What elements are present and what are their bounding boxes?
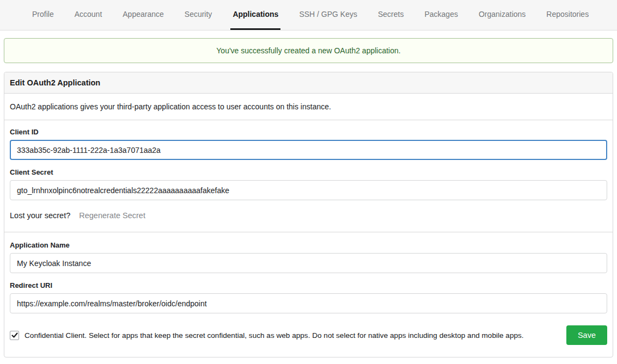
application-name-label: Application Name <box>10 241 607 249</box>
tab-organizations[interactable]: Organizations <box>477 0 528 30</box>
tab-security[interactable]: Security <box>182 0 215 30</box>
application-name-input[interactable] <box>10 253 607 273</box>
redirect-uri-input[interactable] <box>10 293 607 313</box>
client-id-field: Client ID <box>10 128 607 160</box>
confidential-client-checkbox[interactable] <box>10 331 19 340</box>
tab-packages[interactable]: Packages <box>422 0 460 30</box>
checkmark-icon <box>11 332 18 338</box>
client-id-input[interactable] <box>10 140 607 160</box>
client-secret-label: Client Secret <box>10 168 607 176</box>
client-secret-field: Client Secret <box>10 168 607 200</box>
oauth2-description: OAuth2 applications gives your third-par… <box>4 94 613 120</box>
confidential-client-label: Confidential Client. Select for apps tha… <box>25 331 524 340</box>
form-footer: Confidential Client. Select for apps tha… <box>10 325 607 345</box>
lost-secret-question: Lost your secret? <box>10 211 70 220</box>
form-divider <box>4 232 613 232</box>
tab-repositories[interactable]: Repositories <box>544 0 591 30</box>
save-button[interactable]: Save <box>566 325 607 345</box>
regenerate-secret-link[interactable]: Regenerate Secret <box>79 211 145 220</box>
tab-ssh-gpg-keys[interactable]: SSH / GPG Keys <box>297 0 359 30</box>
client-id-label: Client ID <box>10 128 607 136</box>
tab-profile[interactable]: Profile <box>30 0 56 30</box>
tab-appearance[interactable]: Appearance <box>120 0 166 30</box>
lost-secret-row: Lost your secret? Regenerate Secret <box>10 211 607 220</box>
settings-nav: Profile Account Appearance Security Appl… <box>0 0 617 30</box>
tab-applications[interactable]: Applications <box>230 0 280 30</box>
confidential-client-checkbox-row[interactable]: Confidential Client. Select for apps tha… <box>10 331 524 340</box>
panel-title: Edit OAuth2 Application <box>4 72 613 94</box>
application-name-field: Application Name <box>10 241 607 273</box>
oauth2-form: Client ID Client Secret Lost your secret… <box>4 120 613 357</box>
client-secret-input[interactable] <box>10 180 607 200</box>
redirect-uri-label: Redirect URI <box>10 281 607 289</box>
redirect-uri-field: Redirect URI <box>10 281 607 313</box>
tab-secrets[interactable]: Secrets <box>376 0 406 30</box>
success-flash-message: You've successfully created a new OAuth2… <box>4 38 613 63</box>
edit-oauth2-panel: Edit OAuth2 Application OAuth2 applicati… <box>4 72 613 357</box>
tab-account[interactable]: Account <box>72 0 105 30</box>
